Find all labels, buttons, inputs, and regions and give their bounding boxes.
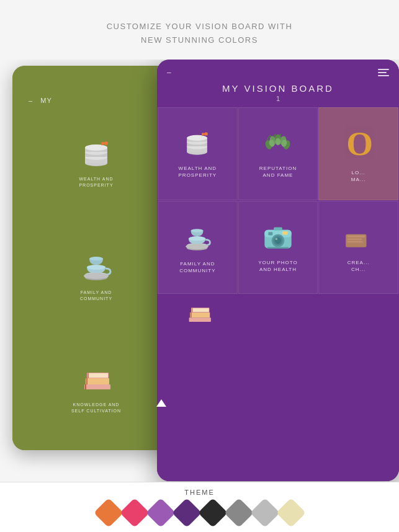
- svg-rect-50: [268, 232, 272, 235]
- svg-rect-57: [347, 241, 362, 243]
- vision-grid: WEALTH ANDPROSPERITY: [157, 107, 399, 294]
- green-cell-wealth[interactable]: WEALTH ANDPROSPERITY: [19, 108, 174, 219]
- menu-icon[interactable]: [378, 69, 389, 76]
- svg-rect-17: [87, 373, 108, 378]
- family-cups-icon: [182, 222, 213, 255]
- reputation-label: REPUTATIONAND FAME: [259, 165, 297, 179]
- green-cell-knowledge[interactable]: KNOWLEDGE ANDSELF CULTIVATION: [19, 332, 174, 444]
- svg-point-43: [186, 244, 208, 249]
- love-icon: O: [343, 126, 374, 164]
- purple-dash: –: [167, 68, 172, 77]
- color-swatches: [0, 502, 399, 523]
- laurel-icon: [262, 130, 294, 160]
- bottom-row: [157, 294, 399, 481]
- tablet-green: – MY: [12, 66, 180, 450]
- photo-label: YOUR PHOTOAND HEALTH: [258, 259, 298, 273]
- header-line1: CUSTOMIZE YOUR VISION BOARD WITH: [37, 20, 362, 33]
- cups-icon: [79, 250, 114, 285]
- svg-rect-61: [191, 308, 208, 312]
- books-icon: [79, 362, 114, 397]
- cell-love[interactable]: O LO...MA...: [318, 107, 398, 200]
- svg-rect-14: [84, 384, 110, 389]
- green-topbar: – MY: [19, 91, 174, 108]
- page-header: CUSTOMIZE YOUR VISION BOARD WITH NEW STU…: [0, 0, 399, 60]
- cell-reputation[interactable]: REPUTATIONAND FAME: [238, 107, 318, 200]
- creativity-label: CREA...CH...: [347, 259, 370, 273]
- svg-point-12: [89, 257, 103, 260]
- svg-rect-56: [347, 239, 361, 241]
- purple-topbar: –: [157, 60, 399, 81]
- board-title: MY VISION BOARD: [157, 81, 399, 95]
- svg-point-7: [104, 141, 108, 145]
- swatch-gray-dark[interactable]: [223, 498, 253, 528]
- svg-rect-52: [267, 247, 289, 249]
- green-title: – MY: [29, 97, 52, 104]
- coins-icon: [79, 140, 114, 171]
- svg-point-42: [191, 229, 204, 232]
- header-line2: NEW STUNNING COLORS: [37, 33, 362, 47]
- family-label: FAMILY ANDCOMMUNITY: [179, 260, 215, 274]
- svg-point-49: [276, 238, 277, 240]
- theme-title: THEME: [0, 489, 399, 496]
- svg-point-28: [205, 132, 208, 135]
- swatch-orange[interactable]: [93, 498, 123, 528]
- green-cell-family[interactable]: FAMILY ANDCOMMUNITY: [19, 220, 174, 332]
- svg-rect-51: [282, 231, 288, 234]
- svg-point-11: [87, 265, 105, 270]
- svg-point-35: [276, 138, 280, 146]
- swatch-cream[interactable]: [276, 498, 305, 528]
- wealth-label: WEALTH ANDPROSPERITY: [179, 165, 217, 179]
- svg-point-6: [85, 144, 107, 151]
- board-subtitle: 1: [157, 95, 399, 102]
- books-cell[interactable]: [159, 299, 238, 325]
- swatch-gray-light[interactable]: [249, 498, 279, 528]
- green-family-label: FAMILY ANDCOMMUNITY: [80, 290, 112, 302]
- svg-rect-53: [274, 227, 282, 230]
- swatch-pink[interactable]: [119, 498, 149, 528]
- triangle-indicator: [156, 399, 166, 407]
- devices-container: – MY: [0, 60, 399, 487]
- svg-point-27: [187, 135, 208, 141]
- svg-rect-59: [190, 313, 210, 317]
- swatch-purple-dark[interactable]: [171, 498, 201, 528]
- love-label: LO...MA...: [351, 169, 366, 183]
- creativity-icon: [343, 223, 374, 254]
- theme-bar: THEME: [0, 482, 399, 532]
- cell-creativity[interactable]: CREA...CH...: [318, 201, 398, 294]
- svg-point-41: [189, 236, 205, 241]
- svg-point-13: [84, 273, 109, 279]
- green-knowledge-label: KNOWLEDGE ANDSELF CULTIVATION: [71, 402, 121, 414]
- svg-rect-58: [189, 317, 210, 322]
- svg-rect-15: [86, 378, 109, 384]
- tablet-purple: – MY VISION BOARD 1: [157, 60, 399, 481]
- svg-text:O: O: [346, 126, 373, 160]
- green-grid: WEALTH ANDPROSPERITY: [19, 108, 174, 444]
- swatch-purple-light[interactable]: [145, 498, 175, 528]
- cell-family[interactable]: FAMILY ANDCOMMUNITY: [158, 201, 238, 294]
- wealth-icon: [182, 130, 213, 160]
- camera-icon: [262, 223, 294, 254]
- cell-photo[interactable]: YOUR PHOTOAND HEALTH: [238, 201, 318, 294]
- svg-rect-55: [347, 236, 364, 237]
- swatch-black[interactable]: [197, 498, 227, 528]
- green-wealth-label: WEALTH ANDPROSPERITY: [79, 176, 113, 188]
- cell-wealth[interactable]: WEALTH ANDPROSPERITY: [158, 107, 238, 200]
